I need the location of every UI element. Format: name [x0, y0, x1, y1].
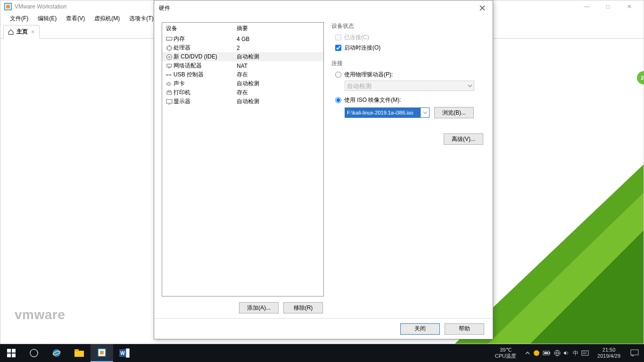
tray-temperature[interactable]: 39℃ CPU温度 [490, 347, 521, 359]
svg-rect-30 [549, 352, 550, 354]
hw-row-printer[interactable]: 打印机 存在 [162, 88, 323, 97]
svg-rect-33 [582, 351, 588, 355]
tray-ime-keyboard-icon[interactable] [581, 350, 589, 356]
hw-row-network[interactable]: 网络适配器 NAT [162, 61, 323, 70]
tray-notifications-icon[interactable] [625, 344, 644, 362]
system-tray: 39℃ CPU温度 中 21:50 2019/4/29 [490, 344, 644, 362]
device-status-title: 设备状态 [331, 22, 483, 30]
svg-rect-6 [167, 46, 171, 50]
hardware-list-header: 设备 摘要 [162, 23, 323, 34]
svg-rect-31 [544, 352, 548, 354]
sound-icon [165, 81, 173, 87]
taskbar-explorer-icon[interactable] [68, 344, 91, 362]
minimize-button[interactable]: — [576, 0, 597, 12]
cpu-icon [165, 45, 173, 51]
display-icon [165, 99, 173, 105]
iso-path-combo[interactable]: F:\kali-linux-2019.1a-i386.iso [345, 107, 429, 118]
hw-row-display[interactable]: 显示器 自动检测 [162, 97, 323, 106]
svg-rect-34 [631, 350, 638, 355]
connection-group: 连接 使用物理驱动器(P): 自动检测 使用 ISO 映像文件(M): [331, 59, 483, 145]
use-physical-radio[interactable] [335, 72, 341, 78]
tray-network-icon[interactable] [554, 350, 561, 356]
taskbar-app-1[interactable] [23, 344, 45, 362]
tray-clock[interactable]: 21:50 2019/4/29 [593, 347, 625, 359]
hw-row-cpu[interactable]: 处理器 2 [162, 43, 323, 52]
taskbar-word-icon[interactable]: W [113, 344, 136, 362]
svg-rect-27 [126, 348, 130, 358]
taskbar-vmware-icon[interactable] [91, 344, 113, 362]
tray-security-icon[interactable] [533, 350, 540, 356]
col-summary: 摘要 [237, 25, 248, 33]
home-icon [8, 29, 14, 35]
tray-ime-lang[interactable]: 中 [573, 349, 578, 357]
edge-badge[interactable]: 20 [637, 71, 644, 84]
svg-rect-17 [12, 354, 16, 357]
svg-rect-5 [166, 37, 172, 40]
hw-row-cddvd[interactable]: 新 CD/DVD (IDE) 自动检测 [162, 52, 323, 61]
svg-rect-24 [100, 351, 104, 354]
device-status-group: 设备状态 已连接(C) 启动时连接(O) [331, 22, 483, 52]
network-icon [165, 63, 173, 69]
menu-file[interactable]: 文件(F) [5, 13, 33, 24]
chevron-down-icon[interactable] [421, 108, 429, 117]
dialog-help-button[interactable]: 帮助 [445, 323, 484, 335]
main-window-title: VMware Workstation [15, 3, 66, 10]
connected-checkbox [335, 34, 341, 41]
use-physical-label: 使用物理驱动器(P): [344, 71, 393, 79]
maximize-button[interactable]: □ [597, 0, 619, 12]
tray-chevron-up-icon[interactable] [525, 350, 530, 356]
hw-row-sound[interactable]: 声卡 自动检测 [162, 79, 323, 88]
dialog-bottom-bar: 关闭 帮助 [154, 318, 493, 339]
vmware-brand-logo: vmware [15, 307, 65, 322]
svg-rect-9 [167, 64, 172, 67]
menu-view[interactable]: 查看(V) [61, 13, 90, 24]
use-iso-label: 使用 ISO 映像文件(M): [344, 96, 401, 104]
connected-label: 已连接(C) [344, 33, 369, 41]
hardware-list[interactable]: 设备 摘要 内存 4 GB 处理器 2 新 CD/DVD (IDE) 自动检测 [162, 22, 324, 296]
menu-tabs[interactable]: 选项卡(T) [124, 13, 158, 24]
hw-row-memory[interactable]: 内存 4 GB [162, 34, 323, 43]
windows-taskbar[interactable]: W 39℃ CPU温度 中 21:50 2019/4/29 [0, 344, 644, 362]
start-button[interactable] [0, 344, 23, 362]
tab-close-button[interactable]: × [30, 29, 35, 35]
svg-point-8 [169, 56, 170, 58]
memory-icon [165, 36, 173, 42]
svg-rect-11 [167, 92, 172, 94]
browse-button[interactable]: 浏览(B)... [434, 107, 474, 118]
tab-home[interactable]: 主页 × [3, 25, 40, 39]
svg-marker-4 [530, 230, 644, 344]
usb-icon [165, 72, 173, 78]
dialog-close-button[interactable] [471, 1, 493, 15]
svg-rect-16 [7, 354, 11, 357]
svg-rect-1 [6, 5, 10, 8]
physical-drive-select: 自动检测 [345, 81, 474, 91]
tray-battery-icon[interactable] [543, 350, 551, 356]
iso-path-value[interactable]: F:\kali-linux-2019.1a-i386.iso [345, 108, 421, 117]
taskbar-ie-icon[interactable] [45, 344, 68, 362]
advanced-button[interactable]: 高级(V)... [444, 133, 483, 145]
svg-rect-12 [168, 90, 171, 92]
svg-point-28 [534, 350, 539, 356]
dialog-title: 硬件 [159, 4, 170, 12]
remove-hardware-button[interactable]: 移除(R) [283, 302, 323, 313]
hardware-dialog: 硬件 设备 摘要 内存 4 GB 处理器 2 [154, 0, 493, 339]
svg-rect-14 [7, 349, 11, 353]
dialog-close-ok-button[interactable]: 关闭 [400, 323, 440, 335]
tab-home-label: 主页 [17, 28, 28, 36]
printer-icon [165, 90, 173, 96]
svg-rect-13 [166, 99, 172, 103]
close-window-button[interactable]: ✕ [619, 0, 640, 12]
menu-vm[interactable]: 虚拟机(M) [90, 13, 124, 24]
connection-title: 连接 [331, 59, 483, 67]
vmware-app-icon [4, 3, 12, 10]
use-iso-radio[interactable] [335, 97, 341, 103]
dialog-titlebar[interactable]: 硬件 [154, 0, 493, 16]
tray-volume-icon[interactable] [563, 350, 570, 356]
connect-at-poweron-checkbox[interactable] [335, 45, 341, 51]
svg-rect-22 [74, 349, 79, 352]
menu-edit[interactable]: 编辑(E) [33, 13, 61, 24]
svg-marker-3 [488, 193, 644, 344]
add-hardware-button[interactable]: 添加(A)... [239, 302, 279, 313]
svg-rect-15 [12, 349, 16, 353]
hw-row-usb[interactable]: USB 控制器 存在 [162, 70, 323, 79]
